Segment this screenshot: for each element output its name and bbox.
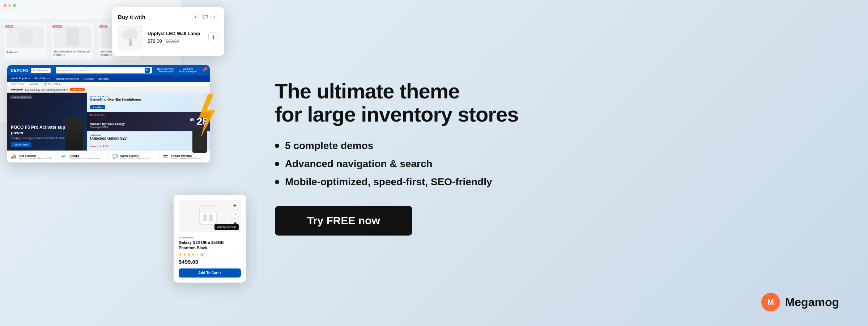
popup-stars: ★ ★ ★ ★ ★ (5) <box>179 253 241 257</box>
main-store-mockup: DEXONS ≡ Categories What are you looking… <box>7 65 210 162</box>
brand-name: Megamog <box>785 296 839 309</box>
left-panel: Sale $121.00 Top S Mini Negative lon Por… <box>0 0 246 326</box>
feature-item-1: 5 complete demos <box>275 140 839 152</box>
feature-item-3: Mobile-optimized, speed-first, SEO-frien… <box>275 176 839 188</box>
hero-badge: LIMITED EDITION <box>10 96 32 99</box>
afterpay-text: Buy now, pay later starting at 0% APR <box>25 89 68 91</box>
hero-panel-redmi: REDMI BAND 2 Unleash Dynamic Energy 09 2… <box>87 112 210 131</box>
hero-panel-samsung: SAMSUNG Unlocked Galaxy S23 Save up to $… <box>87 131 210 151</box>
brand-m-letter: M <box>767 297 774 307</box>
heart-icon[interactable]: ♡ <box>231 211 239 218</box>
popup-page: 1/3 <box>202 14 208 20</box>
buy-it-with-popup: Buy it with ‹ 1/3 › Upplyst LED Wall Lam… <box>112 7 224 56</box>
cart-icon[interactable]: 🛒 1 <box>202 68 206 72</box>
popup-add-button[interactable]: + <box>208 32 218 42</box>
add-to-wishlist-button[interactable]: Add to wishlist <box>214 224 239 230</box>
popup-product-image <box>118 25 143 50</box>
popup-product-info: Upplyst LED Wall Lamp $79.00 $99.00 <box>148 31 204 44</box>
popup-title: Buy it with <box>118 14 145 20</box>
brand-icon: M <box>761 293 780 312</box>
svg-marker-0 <box>199 94 215 137</box>
hero-panel-headphones: SMART CAMERA Cancelling Over-Ear Headpho… <box>87 93 210 112</box>
search-icon: 🔍 <box>145 68 150 73</box>
prev-arrow[interactable]: ‹ <box>192 13 199 20</box>
afterpay-logo: afterpay⊕ <box>11 88 23 91</box>
popup-product-title: Galaxy S23 Ultra 256GB Phantom Black <box>179 240 241 250</box>
right-panel: The ultimate theme for large inventory s… <box>246 0 868 326</box>
add-to-cart-button[interactable]: Add To Cart › <box>179 268 241 278</box>
features-list: 5 complete demos Advanced navigation & s… <box>275 140 839 188</box>
try-free-button[interactable]: Try FREE now <box>275 206 412 236</box>
next-arrow[interactable]: › <box>211 13 218 20</box>
popup-product-image-area: 👁 ♡ ⇄ Add to wishlist <box>179 200 241 232</box>
eye-icon[interactable]: 👁 <box>231 202 239 209</box>
store-logo: DEXONS <box>11 68 29 72</box>
main-headline: The ultimate theme for large inventory s… <box>275 80 839 126</box>
popup-product-price-old: $99.00 <box>166 39 179 44</box>
hero-main-panel: LIMITED EDITION POCO F5 Pro Activate sup… <box>7 93 87 151</box>
search-placeholder: What are you looking for? <box>58 69 91 72</box>
feature-item-2: Advanced navigation & search <box>275 158 839 170</box>
learn-more-button[interactable]: Learn More <box>70 88 85 91</box>
popup-brand: SAMSUNG <box>179 236 241 239</box>
delivery-button[interactable]: Need Delivery? See Estimate <box>157 68 174 73</box>
popup-price: $499.00 <box>179 259 241 265</box>
popup-action-icons: 👁 ♡ ⇄ <box>231 202 239 226</box>
signin-button[interactable]: Welcome Sign In/ Register <box>179 68 197 73</box>
hero-cta-button[interactable]: Get All Deals <box>11 142 31 147</box>
brand-row: M Megamog <box>761 293 839 312</box>
store-search-bar[interactable]: What are you looking for? 🔍 <box>56 67 152 73</box>
popup-nav: ‹ 1/3 › <box>192 13 218 20</box>
shop-now-button[interactable]: Shop Now <box>90 105 105 109</box>
categories-button[interactable]: ≡ Categories <box>31 68 51 73</box>
store-features: 🚚 Free Shipping Free shipping for orders… <box>7 151 210 162</box>
lightning-bolt-icon <box>195 94 224 145</box>
popup-product-name: Upplyst LED Wall Lamp <box>148 31 204 36</box>
popup-product-price: $79.00 <box>148 38 162 44</box>
product-popup: 👁 ♡ ⇄ Add to wishlist SAMSUNG Galaxy S23… <box>174 195 246 283</box>
